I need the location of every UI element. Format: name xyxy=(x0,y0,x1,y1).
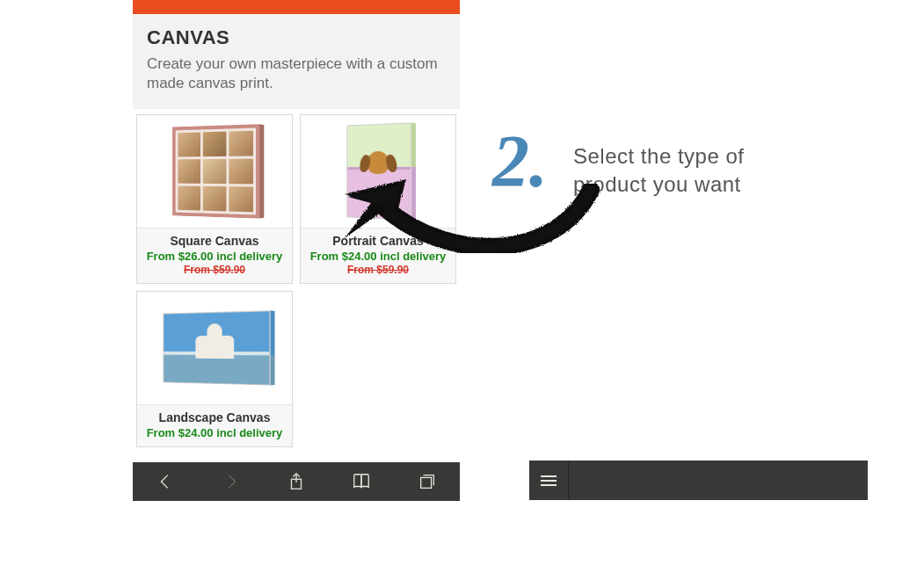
product-price: From $24.00 incl delivery xyxy=(141,426,288,439)
product-info: Landscape Canvas From $24.00 incl delive… xyxy=(137,404,292,446)
step-number: 2. xyxy=(492,125,548,199)
product-card-portrait-canvas[interactable]: Portrait Canvas From $24.00 incl deliver… xyxy=(300,114,456,284)
category-header: CANVAS Create your own masterpiece with … xyxy=(133,14,460,109)
square-canvas-thumbnail xyxy=(172,124,259,218)
product-old-price: From $59.90 xyxy=(141,264,288,276)
bookmarks-icon[interactable] xyxy=(351,471,372,492)
portrait-canvas-thumbnail xyxy=(346,123,411,221)
category-description: Create your own masterpiece with a custo… xyxy=(147,54,446,93)
product-image xyxy=(137,115,292,228)
secondary-toolbar xyxy=(529,461,868,500)
product-grid: Square Canvas From $26.00 incl delivery … xyxy=(133,109,460,453)
landscape-canvas-thumbnail xyxy=(163,310,270,385)
product-price: From $26.00 incl delivery xyxy=(141,250,288,263)
forward-icon[interactable] xyxy=(221,471,242,492)
svg-rect-2 xyxy=(420,477,431,488)
back-icon[interactable] xyxy=(155,471,176,492)
brand-bar xyxy=(133,0,460,14)
product-old-price: From $59.90 xyxy=(304,264,452,276)
step-line1: Select the type of xyxy=(573,144,744,168)
category-title: CANVAS xyxy=(147,26,446,49)
product-card-landscape-canvas[interactable]: Landscape Canvas From $24.00 incl delive… xyxy=(136,291,293,447)
product-image xyxy=(301,115,455,228)
menu-icon[interactable] xyxy=(529,461,569,500)
product-price: From $24.00 incl delivery xyxy=(304,250,452,263)
product-name: Square Canvas xyxy=(141,234,288,248)
step-line2: product you want xyxy=(573,172,741,196)
mobile-browser-view: CANVAS Create your own masterpiece with … xyxy=(133,0,460,501)
product-info: Square Canvas From $26.00 incl delivery … xyxy=(137,228,292,283)
step-instruction: Select the type of product you want xyxy=(573,142,744,199)
product-info: Portrait Canvas From $24.00 incl deliver… xyxy=(301,228,455,283)
product-image xyxy=(137,292,292,404)
product-name: Portrait Canvas xyxy=(304,234,452,248)
product-card-square-canvas[interactable]: Square Canvas From $26.00 incl delivery … xyxy=(136,114,293,284)
browser-toolbar xyxy=(133,462,460,501)
tabs-icon[interactable] xyxy=(417,471,438,492)
product-name: Landscape Canvas xyxy=(141,410,288,424)
share-icon[interactable] xyxy=(286,471,307,492)
